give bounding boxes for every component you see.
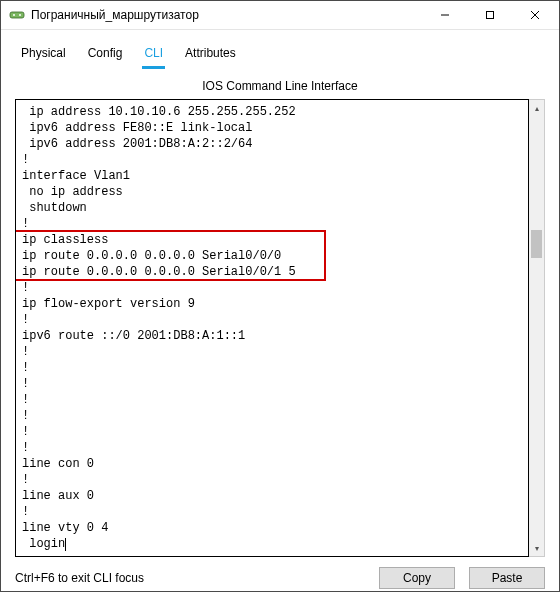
cli-line: ! bbox=[22, 152, 522, 168]
copy-button[interactable]: Copy bbox=[379, 567, 455, 589]
cli-line: ! bbox=[22, 392, 522, 408]
cli-line: ! bbox=[22, 344, 522, 360]
scrollbar[interactable]: ▴ ▾ bbox=[529, 99, 545, 557]
paste-button[interactable]: Paste bbox=[469, 567, 545, 589]
close-button[interactable] bbox=[512, 1, 557, 29]
cli-line: ! bbox=[22, 440, 522, 456]
svg-point-2 bbox=[19, 14, 21, 16]
svg-rect-0 bbox=[10, 12, 24, 18]
cli-line: ! bbox=[22, 408, 522, 424]
cli-line: line aux 0 bbox=[22, 488, 522, 504]
cli-line: ip flow-export version 9 bbox=[22, 296, 522, 312]
minimize-button[interactable] bbox=[422, 1, 467, 29]
cli-line: ! bbox=[22, 424, 522, 440]
cli-line: ! bbox=[22, 280, 522, 296]
maximize-button[interactable] bbox=[467, 1, 512, 29]
cli-line: line con 0 bbox=[22, 456, 522, 472]
cli-line: ip route 0.0.0.0 0.0.0.0 Serial0/0/1 5 bbox=[22, 264, 522, 280]
cli-line: shutdown bbox=[22, 200, 522, 216]
scroll-down-icon[interactable]: ▾ bbox=[529, 540, 544, 556]
cli-line: ip address 10.10.10.6 255.255.255.252 bbox=[22, 104, 522, 120]
cli-terminal[interactable]: ip address 10.10.10.6 255.255.255.252 ip… bbox=[15, 99, 529, 557]
tab-config[interactable]: Config bbox=[86, 42, 125, 68]
cli-line: ! bbox=[22, 472, 522, 488]
cli-heading: IOS Command Line Interface bbox=[15, 79, 545, 93]
tab-physical[interactable]: Physical bbox=[19, 42, 68, 68]
cli-line: ! bbox=[22, 360, 522, 376]
terminal-container: ip address 10.10.10.6 255.255.255.252 ip… bbox=[15, 99, 545, 557]
window-controls bbox=[422, 1, 557, 29]
cli-line: ! bbox=[22, 312, 522, 328]
window-title: Пограничный_маршрутизатор bbox=[31, 8, 422, 22]
cli-line: ip classless bbox=[22, 232, 522, 248]
cli-line: ! bbox=[22, 376, 522, 392]
cli-line: ipv6 route ::/0 2001:DB8:A:1::1 bbox=[22, 328, 522, 344]
button-row: Ctrl+F6 to exit CLI focus Copy Paste bbox=[15, 567, 545, 589]
router-icon bbox=[9, 7, 25, 23]
content-area: Physical Config CLI Attributes IOS Comma… bbox=[1, 30, 559, 592]
cli-line: ! bbox=[22, 504, 522, 520]
scroll-up-icon[interactable]: ▴ bbox=[529, 100, 544, 116]
cli-line: login bbox=[22, 536, 522, 552]
cli-line: ipv6 address FE80::E link-local bbox=[22, 120, 522, 136]
svg-rect-4 bbox=[486, 12, 493, 19]
cli-line: ! bbox=[22, 216, 522, 232]
cli-hint: Ctrl+F6 to exit CLI focus bbox=[15, 571, 365, 585]
cli-line: interface Vlan1 bbox=[22, 168, 522, 184]
app-window: Пограничный_маршрутизатор Physical Confi… bbox=[0, 0, 560, 592]
scroll-thumb[interactable] bbox=[531, 230, 542, 258]
cli-line: ipv6 address 2001:DB8:A:2::2/64 bbox=[22, 136, 522, 152]
tab-bar: Physical Config CLI Attributes bbox=[15, 42, 545, 69]
cli-line: no ip address bbox=[22, 184, 522, 200]
cli-line: line vty 0 4 bbox=[22, 520, 522, 536]
tab-attributes[interactable]: Attributes bbox=[183, 42, 238, 68]
cli-line: ip route 0.0.0.0 0.0.0.0 Serial0/0/0 bbox=[22, 248, 522, 264]
titlebar: Пограничный_маршрутизатор bbox=[1, 1, 559, 30]
tab-cli[interactable]: CLI bbox=[142, 42, 165, 69]
svg-point-1 bbox=[13, 14, 15, 16]
